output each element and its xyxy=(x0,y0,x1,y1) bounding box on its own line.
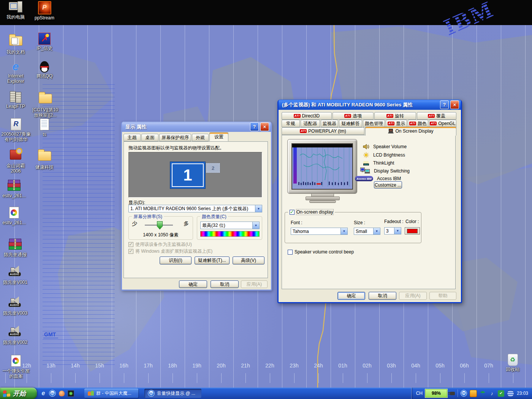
language-indicator[interactable]: CH xyxy=(416,391,423,396)
desktop-icon-esltv-media[interactable]: esltv_261... xyxy=(1,207,27,225)
chevron-down-icon[interactable] xyxy=(373,228,380,234)
desktop-icon-internet-explorer[interactable]: e Internet Explorer xyxy=(3,60,28,84)
tab-appearance[interactable]: 外观 xyxy=(192,134,209,141)
desktop-icon-leapftp[interactable]: LeapFTP xyxy=(3,90,28,109)
display-adapter-combobox[interactable]: 1. ATI MOBILITY RADEON 9600 Series 上的 (多… xyxy=(128,205,262,212)
desktop-icon-ts[interactable]: ts xyxy=(35,119,54,137)
tab-screensaver[interactable]: 屏幕保护程序 xyxy=(159,134,191,141)
cancel-button[interactable]: 取消 xyxy=(369,292,396,300)
tab-powerplay[interactable]: ATIPOWERPLAY (tm) xyxy=(282,127,364,135)
desktop-icon-chenxiankui-rar[interactable]: 陈先奎通报 xyxy=(1,238,30,257)
close-button[interactable]: × xyxy=(260,122,269,131)
tray-antivirus-icon[interactable]: ✔ xyxy=(498,390,504,397)
quick-launch-maxthon-icon[interactable]: m xyxy=(49,390,56,397)
monitor-1[interactable]: 1 xyxy=(170,162,206,189)
ati-dialog-titlebar[interactable]: (多个监视器) 和 ATI MOBILITY RADEON 9600 Serie… xyxy=(279,100,461,110)
osd-item-label: ThinkLight xyxy=(373,160,394,166)
tray-maxthon-icon[interactable]: m xyxy=(461,390,467,397)
clock[interactable]: 23:03 xyxy=(517,391,528,396)
checkbox-checked-disabled xyxy=(128,242,133,247)
size-combobox[interactable]: Small xyxy=(354,228,380,235)
size-label: Size : xyxy=(354,220,365,225)
desktop-icon-mantou-media[interactable]: 一个馒头引发 的血案 xyxy=(1,355,31,379)
desktop-icon-my-computer[interactable]: 我的电脑 xyxy=(3,1,28,20)
osd-item-thinklight: ThinkLight xyxy=(363,160,394,166)
primary-monitor-checkbox-row[interactable]: 使用该设备作为主监视器(U) xyxy=(128,241,192,248)
color-quality-combobox[interactable]: 最高(32 位) xyxy=(200,222,260,229)
customize-button[interactable]: Customize ... xyxy=(374,181,402,188)
tab-direct3d[interactable]: ATIDirect3D xyxy=(282,112,332,120)
tray-qq-icon[interactable] xyxy=(470,390,477,397)
cancel-button[interactable]: 取消 xyxy=(211,280,239,288)
tab-adapter[interactable]: 适配器 xyxy=(301,120,320,127)
speaker-beep-checkbox[interactable] xyxy=(288,250,293,255)
tab-label: 旋转 xyxy=(395,113,404,119)
desktop-icon-esltv-rar[interactable]: esltv_261... xyxy=(1,179,27,198)
desktop-icon-qq[interactable]: 腾讯QQ xyxy=(32,61,57,79)
ati-logo-icon: ATI xyxy=(409,122,416,125)
advanced-button[interactable]: 高级(V) xyxy=(233,256,264,264)
osd-enabled-checkbox[interactable] xyxy=(290,210,294,215)
troubleshoot-button[interactable]: 疑难解答(T)... xyxy=(195,256,230,264)
desktop-icon-ppstream[interactable]: P ppStream xyxy=(32,1,57,21)
desktop-icon-audio-v001[interactable]: AUDIO 陈先奎V001 xyxy=(1,266,30,285)
battery-meter[interactable]: 98% xyxy=(425,389,447,397)
desktop-icon-kingsoft-ciba[interactable]: 金山词霸 2006 xyxy=(3,148,28,174)
tab-settings[interactable]: 设置 xyxy=(209,132,228,141)
tab-overlay[interactable]: ATI覆盖 xyxy=(417,112,456,120)
chevron-down-icon[interactable] xyxy=(394,228,401,234)
tab-on-screen-display[interactable]: On Screen Display xyxy=(365,127,456,136)
chevron-down-icon[interactable] xyxy=(255,205,262,212)
taskbar-task-qq-group[interactable]: 群 - 中国科大魔... xyxy=(84,389,138,398)
help-titlebar-button[interactable]: ? xyxy=(440,100,449,109)
monitor-2-number: 2 xyxy=(212,165,214,171)
tab-general[interactable]: 常规 xyxy=(282,120,300,127)
tab-monitor[interactable]: 监视器 xyxy=(321,120,338,127)
quick-launch-ie-icon[interactable]: e xyxy=(40,390,47,397)
desktop-icon-ip-tool[interactable]: ✗ IP_信史 xyxy=(32,33,57,51)
tab-ati-displays[interactable]: ATI显示 xyxy=(386,120,407,127)
audio-file-icon: AUDIO xyxy=(8,297,23,310)
osd-group-caption[interactable]: On-screen display xyxy=(288,209,335,215)
tab-troubleshoot[interactable]: 疑难解答 xyxy=(339,120,362,127)
quick-launch-qq-icon[interactable] xyxy=(58,390,65,397)
start-button[interactable]: 开始 xyxy=(0,388,37,399)
chevron-down-icon[interactable] xyxy=(252,222,259,229)
tab-color-management[interactable]: 颜色管理 xyxy=(363,120,385,127)
desktop-icon-recycle-bin[interactable]: ♻ 回收站 xyxy=(500,354,525,372)
fadeout-combobox[interactable]: 3 xyxy=(384,227,401,234)
desktop-icon-health-folder[interactable]: 健康科技 xyxy=(32,148,57,170)
tab-ati-color[interactable]: ATI颜色 xyxy=(408,120,428,127)
resolution-slider-thumb[interactable] xyxy=(157,221,163,230)
desktop-icon-cctv-folder[interactable]: [CCTV][第10 放映室][2... xyxy=(30,90,60,118)
ok-button[interactable]: 确定 xyxy=(337,292,365,300)
tray-network-globe-icon[interactable] xyxy=(507,390,514,397)
desktop-icon-my-documents[interactable]: 我的文档 xyxy=(3,33,28,55)
apply-button: 应用(A) xyxy=(399,292,427,300)
display-dialog-titlebar[interactable]: 显示 属性 ? × xyxy=(122,122,271,132)
tray-volume-icon[interactable]: ♪ xyxy=(489,390,495,397)
desktop-icon-audio-v002[interactable]: AUDIO 陈先奎V002 xyxy=(1,326,30,345)
osd-tab-page: Speaker Volume LCD Brightness ThinkLight… xyxy=(282,135,456,289)
hour-label: 18h xyxy=(168,363,177,369)
tab-themes[interactable]: 主题 xyxy=(124,134,141,141)
desktop-icon-audio-v003[interactable]: AUDIO 陈先奎V003 xyxy=(1,297,30,316)
tab-rotation[interactable]: ATI旋转 xyxy=(374,112,416,120)
help-titlebar-button[interactable]: ? xyxy=(250,122,259,131)
tab-options[interactable]: ATI选项 xyxy=(332,112,374,120)
font-combobox[interactable]: Tahoma xyxy=(291,228,348,235)
ok-button[interactable]: 确定 xyxy=(179,280,207,288)
taskbar-task-volume-display[interactable]: m 音量快捷显示 @ ... xyxy=(144,389,201,398)
tab-desktop[interactable]: 桌面 xyxy=(141,134,158,141)
monitor-2[interactable]: 2 xyxy=(206,163,220,173)
tray-rising-umbrella-icon[interactable]: ☂ xyxy=(480,390,486,397)
osd-color-swatch-button[interactable] xyxy=(405,227,420,234)
quick-launch-desktop-icon[interactable] xyxy=(67,390,74,397)
speaker-beep-checkbox-row[interactable]: Speaker volume control beep xyxy=(288,249,354,255)
chevron-down-icon[interactable] xyxy=(340,228,347,234)
desktop-icon-realplayer-file[interactable]: R 20050827鲁豫 有约刘德华 xyxy=(1,118,31,142)
close-button[interactable]: × xyxy=(450,100,459,109)
identify-button[interactable]: 识别(I) xyxy=(160,256,192,264)
extend-desktop-checkbox-row[interactable]: 将 Windows 桌面扩展到该监视器上(E) xyxy=(128,248,212,255)
tab-ati-opengl[interactable]: ATIOpenGL xyxy=(429,120,456,127)
